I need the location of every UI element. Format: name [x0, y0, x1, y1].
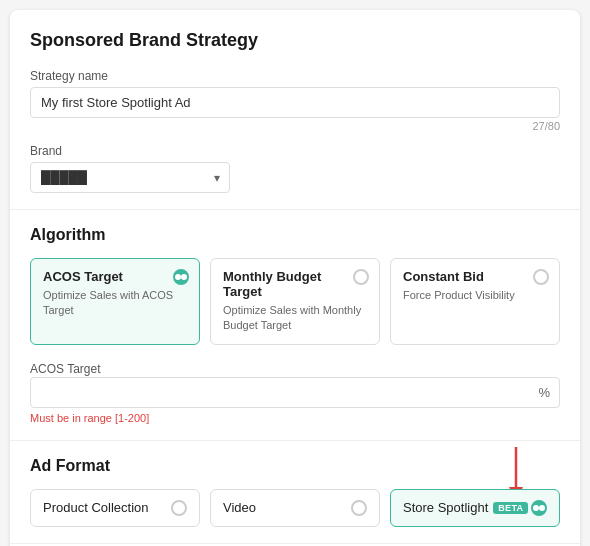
- format-card-store-spotlight[interactable]: Store Spotlight BETA: [390, 489, 560, 527]
- divider-3: [10, 543, 580, 544]
- algo-desc-monthly: Optimize Sales with Monthly Budget Targe…: [223, 303, 367, 334]
- algorithm-section: Algorithm ACOS Target Optimize Sales wit…: [30, 226, 560, 424]
- format-name-store-spotlight: Store Spotlight: [403, 500, 488, 515]
- page-title: Sponsored Brand Strategy: [30, 30, 560, 51]
- brand-select-wrapper: █████: [30, 162, 230, 193]
- format-radio-store-spotlight: [531, 500, 547, 516]
- format-name-product-collection: Product Collection: [43, 500, 149, 515]
- brand-section: Brand █████: [30, 144, 560, 193]
- algorithm-title: Algorithm: [30, 226, 560, 244]
- brand-select[interactable]: █████: [30, 162, 230, 193]
- algorithm-grid: ACOS Target Optimize Sales with ACOS Tar…: [30, 258, 560, 345]
- algo-radio-monthly: [353, 269, 369, 285]
- strategy-name-input[interactable]: [30, 87, 560, 118]
- format-name-wrapper-product: Product Collection: [43, 500, 149, 515]
- algo-card-monthly[interactable]: Monthly Budget Target Optimize Sales wit…: [210, 258, 380, 345]
- algo-card-acos[interactable]: ACOS Target Optimize Sales with ACOS Tar…: [30, 258, 200, 345]
- main-card: Sponsored Brand Strategy Strategy name 2…: [10, 10, 580, 546]
- beta-badge: BETA: [493, 502, 528, 514]
- ad-format-section: Ad Format Product Collection Video: [30, 457, 560, 527]
- format-card-product-collection[interactable]: Product Collection: [30, 489, 200, 527]
- algo-name-acos: ACOS Target: [43, 269, 187, 284]
- algo-radio-constant: [533, 269, 549, 285]
- algo-desc-constant: Force Product Visibility: [403, 288, 547, 303]
- acos-input[interactable]: [30, 377, 560, 408]
- divider-1: [10, 209, 580, 210]
- algo-name-constant: Constant Bid: [403, 269, 547, 284]
- format-name-wrapper-spotlight: Store Spotlight BETA: [403, 500, 528, 515]
- acos-error: Must be in range [1-200]: [30, 412, 560, 424]
- strategy-name-section: Strategy name 27/80: [30, 69, 560, 132]
- format-radio-product-collection: [171, 500, 187, 516]
- strategy-name-label: Strategy name: [30, 69, 560, 83]
- algo-radio-acos: [173, 269, 189, 285]
- acos-input-wrapper: %: [30, 377, 560, 408]
- format-name-wrapper-video: Video: [223, 500, 256, 515]
- divider-2: [10, 440, 580, 441]
- brand-label: Brand: [30, 144, 560, 158]
- char-count: 27/80: [30, 120, 560, 132]
- ad-format-grid: Product Collection Video Store Spotlight…: [30, 489, 560, 527]
- algo-desc-acos: Optimize Sales with ACOS Target: [43, 288, 187, 319]
- acos-percent-icon: %: [538, 385, 550, 400]
- acos-input-group: ACOS Target % Must be in range [1-200]: [30, 359, 560, 424]
- algo-name-monthly: Monthly Budget Target: [223, 269, 367, 299]
- format-name-video: Video: [223, 500, 256, 515]
- format-card-video[interactable]: Video: [210, 489, 380, 527]
- algo-card-constant[interactable]: Constant Bid Force Product Visibility: [390, 258, 560, 345]
- ad-format-title: Ad Format: [30, 457, 560, 475]
- format-radio-video: [351, 500, 367, 516]
- acos-label: ACOS Target: [30, 362, 100, 376]
